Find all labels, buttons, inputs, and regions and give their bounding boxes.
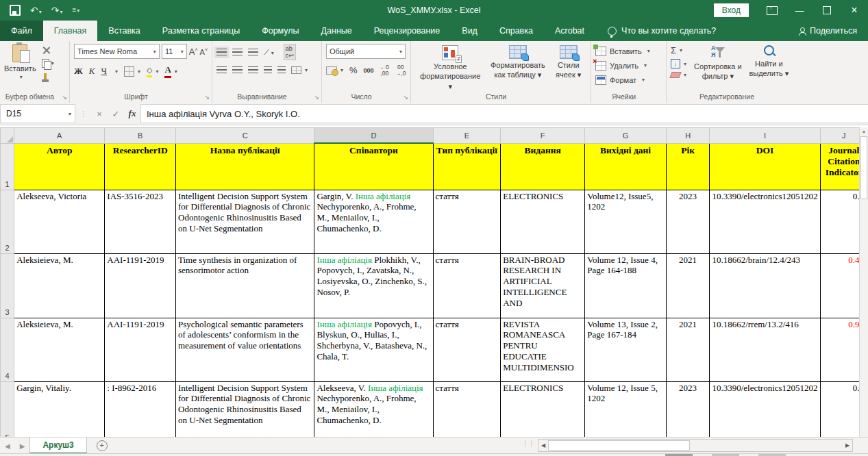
cell-H2[interactable]: 2023	[666, 190, 710, 253]
align-middle-button[interactable]	[232, 49, 243, 56]
cell-D4[interactable]: Інша афіліація Popovych, I., Blyskun, O.…	[314, 318, 433, 381]
column-header-C[interactable]: C	[176, 128, 314, 144]
comma-style-button[interactable]: 000	[364, 67, 374, 74]
header-cell-G1[interactable]: Вихідні дані	[585, 143, 667, 190]
insert-cells-button[interactable]: Вставить▾	[595, 45, 662, 57]
cancel-button[interactable]: ×	[91, 103, 108, 125]
header-cell-E1[interactable]: Тип публікації	[433, 143, 501, 190]
ribbon-tab-5[interactable]: Данные	[310, 21, 363, 41]
column-header-D[interactable]: D	[314, 128, 433, 144]
paste-button[interactable]: Вставить ▾	[4, 44, 36, 81]
share-button[interactable]: Поделиться	[799, 21, 868, 41]
cell-E3[interactable]: стаття	[433, 253, 501, 318]
cell-G2[interactable]: Volume12, Issue5, 1202	[585, 190, 667, 253]
horizontal-scrollbar[interactable]: ◀ ▶	[538, 439, 853, 452]
merge-center-button[interactable]: ▾	[291, 66, 308, 74]
alignment-dialog-launcher-icon[interactable]: ↘	[314, 94, 319, 101]
increase-indent-button[interactable]	[277, 66, 286, 74]
cell-C3[interactable]: Time synthesis in organization of sensor…	[176, 253, 314, 318]
cell-I5[interactable]: 10.3390/electronics12051202	[710, 381, 820, 437]
cell-A4[interactable]: Aleksieieva, M.	[14, 318, 105, 381]
cell-styles-button[interactable]: Стили ячеек ▾	[550, 45, 586, 80]
increase-decimal-button[interactable]: ←0,00	[380, 64, 389, 76]
cell-H3[interactable]: 2021	[666, 253, 710, 318]
decrease-indent-button[interactable]	[264, 66, 272, 74]
align-left-button[interactable]	[216, 66, 227, 74]
align-bottom-button[interactable]	[248, 49, 258, 56]
cell-D2[interactable]: Gargin, V. Інша афіліація Nechyporenko, …	[314, 190, 433, 253]
format-as-table-button[interactable]: Форматировать как таблицу ▾	[485, 45, 550, 80]
bold-button[interactable]: Ж	[74, 66, 83, 77]
copy-button[interactable]: ▾	[42, 58, 55, 68]
clear-button[interactable]: ▾	[671, 72, 686, 78]
cell-G4[interactable]: Volume 13, Issue 2, Page 167-184	[585, 318, 667, 381]
name-box[interactable]: D15 ▾	[0, 104, 75, 123]
align-top-button[interactable]	[216, 49, 227, 56]
cell-E5[interactable]: стаття	[433, 381, 501, 437]
ribbon-tab-9[interactable]: Acrobat	[544, 21, 595, 41]
ribbon-tab-6[interactable]: Рецензирование	[363, 21, 451, 41]
column-header-I[interactable]: I	[710, 128, 820, 144]
format-painter-button[interactable]	[42, 71, 55, 81]
ribbon-tab-1[interactable]: Главная	[43, 21, 98, 41]
font-size-combo[interactable]: 11▾	[162, 44, 187, 59]
undo-button[interactable]: ↶▾	[30, 5, 42, 15]
save-icon[interactable]	[10, 5, 21, 16]
new-sheet-button[interactable]: +	[97, 438, 108, 454]
decrease-decimal-button[interactable]: 00→,0	[395, 64, 406, 76]
clipboard-dialog-launcher-icon[interactable]: ↘	[62, 94, 67, 101]
ribbon-tab-2[interactable]: Вставка	[97, 21, 151, 41]
cell-B2[interactable]: IAS-3516-2023	[105, 190, 176, 253]
cell-H5[interactable]: 2023	[666, 381, 710, 437]
italic-button[interactable]: К	[89, 66, 95, 77]
cell-B5[interactable]: : I-8962-2016	[105, 381, 176, 437]
column-header-F[interactable]: F	[501, 128, 585, 144]
cell-E2[interactable]: стаття	[433, 190, 501, 253]
ribbon-display-options-icon[interactable]	[758, 0, 786, 21]
align-right-button[interactable]	[248, 66, 258, 74]
sheet-nav-left-icon[interactable]: ◀	[0, 438, 15, 454]
horizontal-scroll-thumb[interactable]	[548, 440, 690, 451]
row-header-4[interactable]: 4	[1, 318, 14, 381]
underline-dropdown-arrow[interactable]: ▾	[115, 68, 118, 75]
underline-button[interactable]: Ч	[101, 66, 107, 77]
row-header-3[interactable]: 3	[1, 253, 14, 318]
vertical-scroll-thumb[interactable]	[860, 136, 867, 199]
cell-E4[interactable]: стаття	[433, 318, 501, 381]
minimize-button[interactable]: —	[786, 0, 813, 21]
select-all-corner[interactable]	[1, 128, 14, 144]
cell-H4[interactable]: 2021	[666, 318, 710, 381]
cell-F2[interactable]: ELECTRONICS	[501, 190, 585, 253]
percent-style-button[interactable]: %	[349, 65, 358, 75]
cell-C5[interactable]: Intelligent Decision Support System for …	[176, 381, 314, 437]
cut-button[interactable]	[42, 45, 55, 55]
cell-D3[interactable]: Інша афіліація Plokhikh, V., Popovych, I…	[314, 253, 433, 318]
column-header-E[interactable]: E	[433, 128, 501, 144]
row-header-1[interactable]: 1	[1, 143, 14, 190]
tab-splitter-handle[interactable]: ⋮⋮	[522, 440, 534, 447]
cell-A5[interactable]: Gargin, Vitaliy.	[14, 381, 105, 437]
sheet-tab[interactable]: Аркуш3	[29, 438, 86, 454]
header-cell-C1[interactable]: Назва публікації	[176, 143, 314, 190]
qat-customize-icon[interactable]: ≡▾	[73, 7, 80, 14]
vertical-scrollbar[interactable]: ▲	[859, 127, 868, 437]
format-cells-button[interactable]: Формат▾	[595, 74, 662, 86]
header-cell-A1[interactable]: Автор	[14, 143, 105, 190]
insert-function-button[interactable]: fx	[124, 103, 140, 125]
autosum-button[interactable]: Σ▾	[671, 45, 686, 55]
header-cell-I1[interactable]: DOI	[710, 143, 820, 190]
fill-button[interactable]: ↓▾	[671, 59, 686, 68]
name-box-dropdown-arrow[interactable]: ▾	[69, 111, 71, 117]
cell-I3[interactable]: 10.18662/brain/12.4/243	[710, 253, 820, 318]
number-dialog-launcher-icon[interactable]: ↘	[403, 94, 408, 101]
column-header-G[interactable]: G	[585, 128, 667, 144]
cell-G5[interactable]: Volume 12, Issue 5, 1202	[585, 381, 667, 437]
maximize-button[interactable]	[813, 0, 841, 21]
column-header-H[interactable]: H	[666, 128, 710, 144]
sort-filter-button[interactable]: АЯ Сортировка и фильтр ▾	[691, 45, 745, 81]
grow-font-button[interactable]: А˄	[189, 47, 198, 57]
column-header-A[interactable]: A	[14, 128, 105, 144]
delete-cells-button[interactable]: Удалить▾	[595, 60, 662, 71]
scroll-up-icon[interactable]: ▲	[860, 127, 868, 136]
scroll-right-icon[interactable]: ▶	[843, 440, 852, 451]
